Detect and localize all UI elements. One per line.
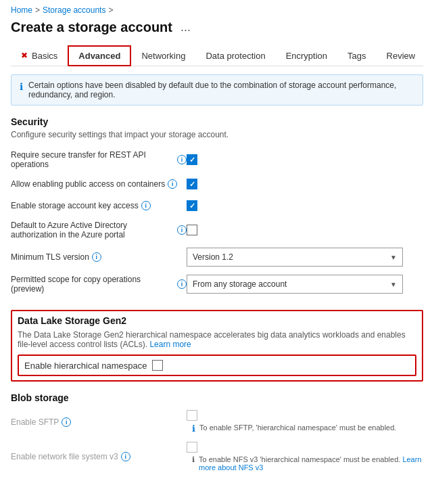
secure-transfer-row: Require secure transfer for REST API ope… (11, 146, 423, 173)
datalake-learn-more[interactable]: Learn more (149, 340, 191, 349)
tab-networking[interactable]: Networking (131, 46, 195, 66)
security-desc: Configure security settings that impact … (11, 130, 423, 139)
breadcrumb-sep1: > (35, 5, 40, 15)
tab-tags[interactable]: Tags (337, 46, 376, 66)
copy-scope-arrow: ▼ (390, 281, 397, 288)
sftp-note-icon: ℹ (192, 423, 195, 434)
aad-auth-info[interactable]: i (177, 225, 187, 235)
datalake-desc: The Data Lake Storage Gen2 hierarchical … (18, 330, 416, 349)
tab-review[interactable]: Review (377, 46, 426, 66)
info-banner-icon: ℹ (20, 81, 23, 92)
nfs-label: Enable network file system v3 i (11, 452, 187, 461)
key-access-info[interactable]: i (141, 201, 151, 210)
tab-data-protection[interactable]: Data protection (195, 46, 275, 66)
tls-info[interactable]: i (92, 252, 101, 262)
aad-auth-row: Default to Azure Active Directory author… (11, 216, 423, 244)
tls-dropdown-arrow: ▼ (390, 254, 397, 261)
hierarchical-namespace-label: Enable hierarchical namespace (24, 361, 147, 371)
info-banner: ℹ Certain options have been disabled by … (11, 74, 423, 106)
breadcrumb-sep2: > (108, 5, 113, 15)
tab-basics[interactable]: ✖ Basics (11, 46, 68, 66)
tab-advanced[interactable]: Advanced (68, 45, 131, 66)
breadcrumb-home[interactable]: Home (11, 5, 32, 15)
sftp-row: Enable SFTP i ℹ To enable SFTP, 'hierarc… (11, 406, 423, 438)
nfs-note: ℹ To enable NFS v3 'hierarchical namespa… (192, 455, 423, 472)
secure-transfer-checkbox[interactable] (187, 154, 197, 165)
sftp-checkbox[interactable] (187, 410, 197, 421)
aad-auth-label: Default to Azure Active Directory author… (11, 221, 187, 239)
sftp-info[interactable]: i (62, 417, 71, 427)
secure-transfer-label: Require secure transfer for REST API ope… (11, 150, 187, 169)
nfs-info[interactable]: i (121, 452, 130, 461)
nfs-note-icon: ℹ (192, 455, 195, 464)
ellipsis-button[interactable]: ... (178, 19, 193, 36)
tab-bar: ✖ Basics Advanced Networking Data protec… (11, 45, 423, 66)
datalake-section: Data Lake Storage Gen2 The Data Lake Sto… (11, 310, 423, 382)
basics-error-icon: ✖ (21, 51, 28, 60)
security-section: Security Configure security settings tha… (11, 116, 423, 298)
public-access-checkbox[interactable] (187, 179, 197, 189)
blob-title: Blob storage (11, 392, 423, 403)
key-access-checkbox[interactable] (187, 200, 197, 211)
nfs-checkbox[interactable] (187, 442, 197, 453)
sftp-note: ℹ To enable SFTP, 'hierarchical namespac… (192, 423, 396, 434)
tls-version-dropdown[interactable]: Version 1.2 ▼ (187, 248, 403, 267)
tls-version-row: Minimum TLS version i Version 1.2 ▼ (11, 244, 423, 271)
copy-scope-row: Permitted scope for copy operations (pre… (11, 271, 423, 298)
copy-scope-dropdown[interactable]: From any storage account ▼ (187, 275, 403, 294)
breadcrumb-storage-accounts[interactable]: Storage accounts (43, 5, 105, 15)
public-access-info[interactable]: i (168, 179, 177, 189)
copy-scope-label: Permitted scope for copy operations (pre… (11, 275, 187, 294)
sftp-label: Enable SFTP i (11, 417, 187, 427)
breadcrumb: Home > Storage accounts > (11, 5, 423, 15)
key-access-row: Enable storage account key access i (11, 195, 423, 216)
hierarchical-namespace-row: Enable hierarchical namespace (18, 354, 416, 376)
copy-scope-info[interactable]: i (177, 279, 187, 289)
nfs-learn-more[interactable]: Learn more about NFS v3 (199, 455, 422, 472)
tls-version-label: Minimum TLS version i (11, 252, 187, 262)
hierarchical-namespace-checkbox[interactable] (152, 360, 163, 371)
key-access-label: Enable storage account key access i (11, 201, 187, 210)
nfs-row: Enable network file system v3 i ℹ To ena… (11, 438, 423, 476)
security-title: Security (11, 116, 423, 127)
blob-section: Blob storage Enable SFTP i ℹ To enable S… (11, 392, 423, 476)
tab-encryption[interactable]: Encryption (276, 46, 337, 66)
datalake-title: Data Lake Storage Gen2 (18, 315, 416, 326)
public-access-label: Allow enabling public access on containe… (11, 179, 187, 189)
public-access-row: Allow enabling public access on containe… (11, 173, 423, 195)
aad-auth-checkbox[interactable] (187, 225, 197, 235)
secure-transfer-info[interactable]: i (177, 155, 187, 164)
info-banner-text: Certain options have been disabled by de… (28, 81, 414, 99)
page-title: Create a storage account (11, 20, 172, 35)
